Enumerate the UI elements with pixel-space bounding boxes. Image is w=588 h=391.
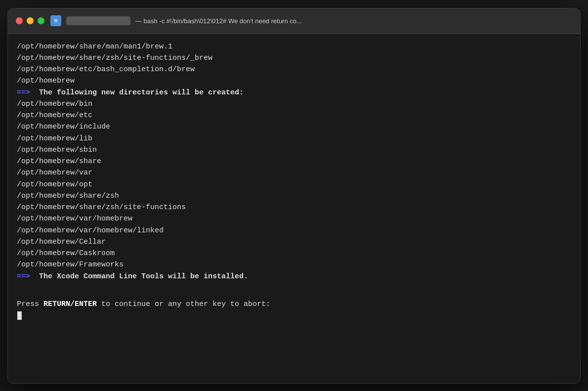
terminal-line: /opt/homebrew/etc/bash_completion.d/brew	[17, 64, 571, 75]
terminal-icon: ⌘	[50, 15, 61, 26]
terminal-line: /opt/homebrew/Frameworks	[17, 259, 571, 270]
terminal-line: /opt/homebrew/lib	[17, 133, 571, 144]
terminal-line: /opt/homebrew/share/zsh/site-functions	[17, 202, 571, 213]
title-bar: ⌘ — bash -c #!/bin/bash\012\012# We don'…	[8, 8, 580, 34]
terminal-line: /opt/homebrew/share	[17, 156, 571, 167]
terminal-line: /opt/homebrew/share/zsh/site-functions/_…	[17, 52, 571, 64]
terminal-line-prompt: Press RETURN/ENTER to continue or any ot…	[17, 299, 571, 310]
terminal-line: /opt/homebrew/var/homebrew	[17, 213, 571, 224]
terminal-line: /opt/homebrew/var	[17, 167, 571, 178]
minimize-button[interactable]	[27, 17, 34, 24]
terminal-line-arrow: ==> The Xcode Command Line Tools will be…	[17, 271, 571, 282]
terminal-line: /opt/homebrew/bin	[17, 98, 571, 110]
terminal-line: /opt/homebrew/include	[17, 121, 571, 132]
terminal-line: /opt/homebrew	[17, 75, 571, 87]
terminal-line: /opt/homebrew/etc	[17, 110, 571, 121]
terminal-line: /opt/homebrew/sbin	[17, 144, 571, 156]
terminal-line: /opt/homebrew/var/homebrew/linked	[17, 225, 571, 236]
window-title: — bash -c #!/bin/bash\012\012# We don't …	[135, 17, 302, 25]
terminal-window: ⌘ — bash -c #!/bin/bash\012\012# We don'…	[7, 8, 581, 384]
user-badge	[66, 16, 130, 25]
maximize-button[interactable]	[38, 17, 44, 24]
terminal-line: /opt/homebrew/opt	[17, 179, 571, 190]
close-button[interactable]	[16, 17, 23, 24]
traffic-lights	[16, 17, 44, 24]
terminal-cursor-line	[17, 310, 571, 321]
terminal-line: /opt/homebrew/Caskroom	[17, 248, 571, 259]
terminal-line-empty	[17, 282, 571, 294]
terminal-line: /opt/homebrew/Cellar	[17, 236, 571, 248]
terminal-line-arrow: ==> The following new directories will b…	[17, 87, 571, 98]
terminal-body[interactable]: /opt/homebrew/share/man/man1/brew.1 /opt…	[8, 34, 580, 383]
terminal-cursor	[17, 311, 22, 320]
terminal-line: /opt/homebrew/share/zsh	[17, 190, 571, 202]
terminal-line: /opt/homebrew/share/man/man1/brew.1	[17, 41, 571, 52]
